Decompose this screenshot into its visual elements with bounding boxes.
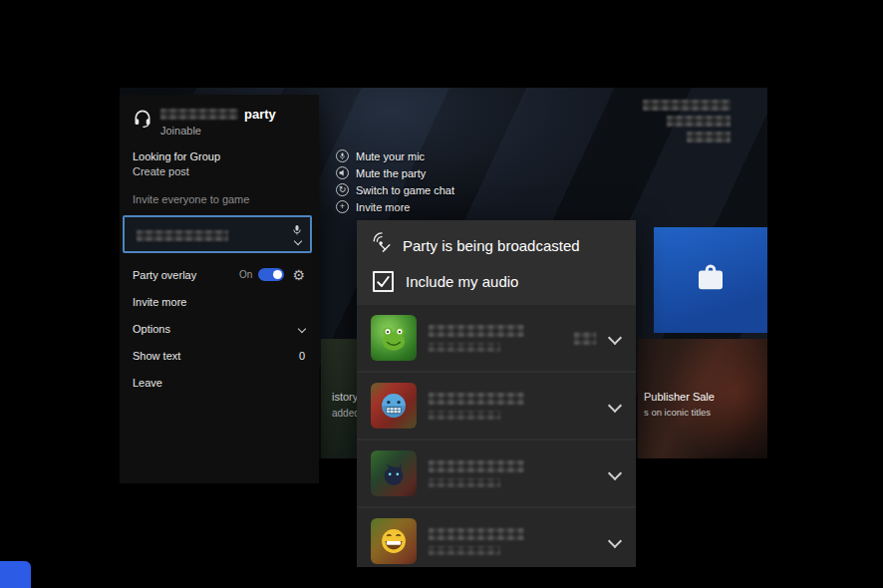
switch-icon: ↻ bbox=[336, 183, 349, 196]
party-member-row[interactable] bbox=[357, 305, 636, 371]
toggle-state-label: On bbox=[239, 269, 252, 280]
party-member-row[interactable] bbox=[357, 373, 636, 439]
invite-everyone-item[interactable]: Invite everyone to game bbox=[133, 193, 319, 205]
options-item[interactable]: Options bbox=[133, 315, 319, 342]
party-overlay-toggle[interactable] bbox=[258, 268, 284, 281]
party-member-row[interactable] bbox=[357, 441, 636, 506]
lfg-title: Looking for Group bbox=[133, 150, 319, 162]
chevron-down-icon[interactable] bbox=[608, 466, 622, 480]
create-post-link[interactable]: Create post bbox=[133, 165, 319, 177]
quick-menu-item-invite-more[interactable]: + Invite more bbox=[336, 198, 454, 215]
chevron-down-icon[interactable] bbox=[608, 534, 622, 548]
quick-menu-label: Mute the party bbox=[356, 167, 426, 179]
headset-icon bbox=[133, 108, 152, 137]
sale-tile-caption: Publisher Sale s on iconic titles bbox=[644, 389, 715, 420]
party-overlay-row: Party overlay On ⚙ bbox=[133, 261, 319, 288]
party-member-list bbox=[357, 305, 636, 567]
chevron-down-icon[interactable] bbox=[608, 399, 622, 413]
notification-accent bbox=[0, 561, 31, 588]
chevron-down-icon bbox=[298, 324, 306, 332]
broadcast-title: Party is being broadcasted bbox=[403, 237, 580, 254]
blurred-party-owner-name bbox=[160, 109, 238, 120]
blurred-text-line bbox=[429, 478, 500, 487]
store-tile[interactable] bbox=[654, 227, 767, 333]
blurred-member-name bbox=[429, 393, 524, 420]
sale-tile-line2: s on iconic titles bbox=[644, 406, 715, 420]
invite-more-label: Invite more bbox=[133, 296, 186, 308]
quick-menu-item-mute-party[interactable]: Mute the party bbox=[336, 164, 454, 181]
blurred-text-line bbox=[429, 460, 524, 472]
party-overlay-label: Party overlay bbox=[133, 269, 196, 281]
screen: istory Mo added, a Publisher Sale s on i… bbox=[0, 0, 883, 588]
blurred-text-line bbox=[429, 343, 500, 352]
include-audio-label: Include my audio bbox=[406, 273, 518, 290]
member-badge bbox=[574, 332, 596, 345]
party-panel-header: party Joinable bbox=[133, 107, 319, 137]
publisher-sale-tile[interactable]: Publisher Sale s on iconic titles bbox=[638, 339, 767, 458]
blurred-member-name bbox=[429, 528, 524, 555]
blurred-text-line bbox=[429, 325, 524, 337]
blurred-profile-info bbox=[643, 100, 731, 143]
shopping-bag-icon bbox=[693, 260, 729, 300]
avatar-grinning-face-icon bbox=[371, 518, 417, 564]
avatar-frog-icon bbox=[371, 315, 417, 361]
options-label: Options bbox=[133, 323, 170, 335]
avatar-dark-creature-icon bbox=[371, 450, 417, 496]
chevron-down-icon[interactable] bbox=[608, 331, 622, 345]
invite-more-item[interactable]: Invite more bbox=[133, 288, 319, 315]
quick-menu-label: Switch to game chat bbox=[356, 184, 454, 196]
quick-menu-label: Mute your mic bbox=[356, 150, 425, 162]
party-member-row[interactable] bbox=[357, 508, 636, 567]
toggle-knob bbox=[273, 270, 282, 279]
person-add-icon: + bbox=[336, 200, 349, 213]
show-text-count: 0 bbox=[299, 350, 305, 362]
broadcast-icon bbox=[371, 232, 393, 258]
broadcast-header: Party is being broadcasted bbox=[357, 232, 636, 258]
blurred-text-line bbox=[429, 411, 500, 420]
gear-icon[interactable]: ⚙ bbox=[292, 268, 305, 282]
blurred-text-line bbox=[667, 116, 731, 127]
sale-tile-line1: Publisher Sale bbox=[644, 389, 715, 406]
show-text-label: Show text bbox=[133, 350, 180, 362]
blurred-text-line bbox=[687, 132, 731, 143]
checkbox-checked-icon[interactable] bbox=[373, 271, 394, 292]
party-quick-menu: Mute your mic Mute the party ↻ Switch to… bbox=[336, 147, 454, 215]
blurred-text-line bbox=[429, 528, 524, 540]
show-text-item[interactable]: Show text 0 bbox=[133, 342, 319, 369]
party-joinable-status: Joinable bbox=[160, 125, 276, 137]
avatar-cold-face-icon bbox=[371, 383, 417, 429]
blurred-gamertag bbox=[137, 230, 228, 241]
quick-menu-item-switch-chat[interactable]: ↻ Switch to game chat bbox=[336, 181, 454, 198]
party-panel: party Joinable Looking for Group Create … bbox=[120, 95, 319, 483]
speaker-mute-icon bbox=[336, 166, 349, 179]
selected-member-box[interactable] bbox=[123, 215, 312, 253]
blurred-text-line bbox=[429, 393, 524, 405]
blurred-member-name bbox=[429, 325, 524, 352]
blurred-text-line bbox=[429, 546, 500, 555]
broadcast-panel: Party is being broadcasted Include my au… bbox=[357, 220, 636, 567]
quick-menu-label: Invite more bbox=[356, 201, 410, 213]
leave-label: Leave bbox=[133, 377, 162, 389]
mic-icon bbox=[336, 149, 349, 162]
quick-menu-item-mute-mic[interactable]: Mute your mic bbox=[336, 147, 454, 164]
blurred-text-line bbox=[643, 100, 731, 111]
leave-item[interactable]: Leave bbox=[133, 369, 319, 396]
blurred-member-name bbox=[429, 460, 524, 487]
party-title: party bbox=[244, 107, 276, 122]
include-audio-option[interactable]: Include my audio bbox=[357, 271, 636, 292]
